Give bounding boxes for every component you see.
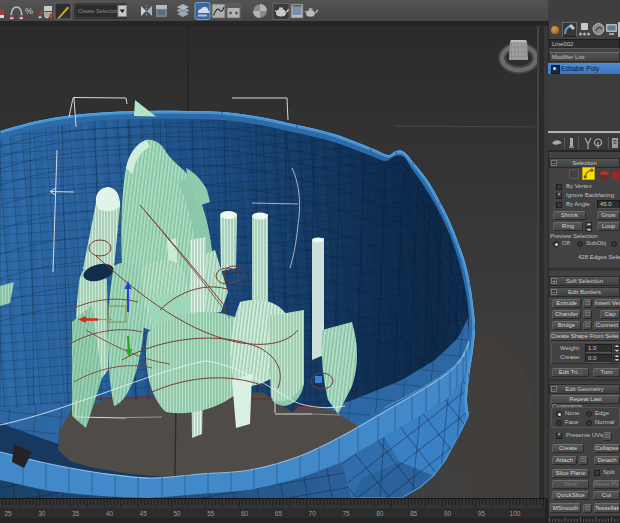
svg-text:55: 55 [207,510,215,517]
svg-text:70: 70 [309,510,317,517]
svg-text:30: 30 [38,510,46,517]
svg-text:95: 95 [478,510,486,517]
svg-text:65: 65 [275,510,283,517]
svg-text:40: 40 [106,510,114,517]
svg-text:35: 35 [72,510,80,517]
svg-text:45: 45 [140,510,148,517]
svg-text:60: 60 [241,510,249,517]
svg-text:75: 75 [342,510,350,517]
svg-text:25: 25 [4,510,12,517]
svg-text:100: 100 [510,510,521,517]
svg-text:80: 80 [376,510,384,517]
svg-text:50: 50 [173,510,181,517]
svg-text:90: 90 [444,510,452,517]
svg-text:%: % [25,6,33,16]
svg-text:85: 85 [410,510,418,517]
